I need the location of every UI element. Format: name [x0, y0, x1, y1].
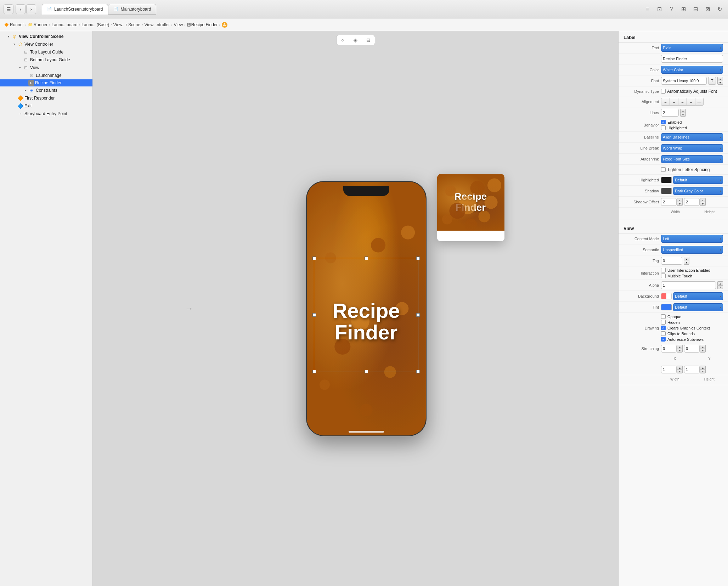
stretch-w-up[interactable]: ▲	[677, 366, 683, 370]
stretch-h-down[interactable]: ▼	[700, 370, 706, 373]
line-break-select[interactable]: Word Wrap ▾	[661, 144, 723, 152]
canvas-tb-circle[interactable]: ○	[337, 35, 349, 45]
align-natural-btn[interactable]: —	[695, 98, 704, 106]
canvas-tb-grid[interactable]: ⊟	[362, 35, 375, 45]
inspector-icon[interactable]: ⊟	[690, 4, 700, 14]
shadow-swatch[interactable]	[661, 188, 672, 194]
breadcrumb-launch[interactable]: Launc...board	[51, 22, 77, 27]
font-stepper-up[interactable]: ▲	[717, 77, 723, 81]
autoshrink-select[interactable]: Fixed Font Size ▾	[661, 155, 723, 163]
color-select[interactable]: White Color ▾	[661, 66, 723, 74]
stretch-x-down[interactable]: ▼	[677, 349, 683, 353]
shadow-height-up[interactable]: ▲	[700, 198, 706, 202]
breadcrumb-recipe[interactable]: Recipe Finder	[191, 22, 218, 27]
sidebar-recipe-finder[interactable]: ▸ L Recipe Finder	[0, 79, 92, 86]
sidebar-scene[interactable]: ▾ ◎ View Controller Scene	[0, 31, 92, 40]
breadcrumb-controller[interactable]: View...ntroller	[144, 22, 170, 27]
font-type-btn[interactable]: T	[708, 77, 716, 85]
stretch-h-up[interactable]: ▲	[700, 366, 706, 370]
sidebar-exit[interactable]: ▸ 🔷 Exit	[0, 102, 92, 110]
text-type-select[interactable]: Plain ▾	[661, 44, 723, 52]
stretching-y-field[interactable]: 0	[684, 345, 700, 353]
alpha-up[interactable]: ▲	[717, 281, 723, 285]
vc-toggle[interactable]: ▾	[11, 41, 17, 47]
align-left-btn[interactable]: ≡	[661, 98, 670, 106]
sidebar-bottom-layout[interactable]: ▸ ⊟ Bottom Layout Guide	[0, 56, 92, 64]
baseline-select[interactable]: Align Baselines ▾	[661, 133, 723, 141]
semantic-select[interactable]: Unspecified ▾	[661, 246, 723, 254]
align-center-btn[interactable]: ≡	[670, 98, 678, 106]
help-icon[interactable]: ?	[666, 4, 676, 14]
lines-stepper-up[interactable]: ▲	[680, 109, 686, 113]
lines-field[interactable]: 2	[661, 109, 679, 117]
sidebar-launchimage[interactable]: ▸ ⊡ LaunchImage	[0, 72, 92, 79]
tag-stepper-up[interactable]: ▲	[684, 257, 689, 261]
grid-icon[interactable]: ⊞	[678, 4, 688, 14]
tag-stepper-down[interactable]: ▼	[684, 261, 689, 265]
sidebar-constraints[interactable]: ▸ ⊞ Constraints	[0, 86, 92, 94]
stretch-x-up[interactable]: ▲	[677, 345, 683, 349]
stretch-y-stepper[interactable]: ▲ ▼	[700, 345, 706, 353]
sidebar-first-responder[interactable]: ▸ 🔶 First Responder	[0, 94, 92, 102]
split-icon[interactable]: ⊡	[654, 4, 664, 14]
highlighted-checkbox[interactable]	[661, 125, 666, 130]
enabled-checkbox[interactable]	[661, 120, 666, 124]
background-select[interactable]: Default ▾	[673, 292, 723, 300]
stretch-y-down[interactable]: ▼	[700, 349, 706, 353]
breadcrumb-view[interactable]: View	[174, 22, 183, 27]
shadow-height-field[interactable]: 2	[684, 198, 700, 206]
multi-touch-checkbox[interactable]	[661, 274, 666, 278]
shadow-width-down[interactable]: ▼	[677, 202, 683, 206]
sidebar-view[interactable]: ▾ ⊡ View	[0, 64, 92, 72]
hidden-checkbox[interactable]	[661, 320, 666, 325]
tag-stepper[interactable]: ▲ ▼	[684, 257, 689, 265]
clears-checkbox[interactable]	[661, 326, 666, 330]
stretching-h-field[interactable]: 1	[684, 366, 700, 373]
lines-stepper-down[interactable]: ▼	[680, 113, 686, 117]
opaque-checkbox[interactable]	[661, 314, 666, 319]
align-justified-btn[interactable]: ≡	[687, 98, 695, 106]
tighten-checkbox[interactable]	[661, 167, 666, 172]
forward-button[interactable]: ›	[26, 4, 36, 14]
breadcrumb-runner2[interactable]: Runner	[34, 22, 47, 27]
menu-icon[interactable]: ≡	[642, 4, 652, 14]
shadow-select[interactable]: Dark Gray Color ▾	[673, 187, 723, 195]
stretch-x-stepper[interactable]: ▲ ▼	[677, 345, 683, 353]
assets-icon[interactable]: ⊠	[702, 4, 712, 14]
tab-main[interactable]: 📄 Main.storyboard	[108, 4, 156, 15]
breadcrumb-runner1[interactable]: Runner	[10, 22, 24, 27]
tag-field[interactable]: 0	[661, 257, 682, 265]
stretch-y-up[interactable]: ▲	[700, 345, 706, 349]
stretch-h-stepper[interactable]: ▲ ▼	[700, 366, 706, 373]
alpha-stepper[interactable]: ▲ ▼	[717, 281, 723, 289]
clips-checkbox[interactable]	[661, 331, 666, 336]
constraints-toggle[interactable]: ▸	[23, 88, 28, 93]
stretch-w-down[interactable]: ▼	[677, 370, 683, 373]
lines-stepper[interactable]: ▲ ▼	[680, 109, 686, 117]
shadow-width-stepper[interactable]: ▲ ▼	[677, 198, 683, 206]
dynamic-type-checkbox[interactable]	[661, 89, 666, 94]
refresh-icon[interactable]: ↻	[715, 4, 724, 14]
scene-toggle[interactable]: ▾	[6, 34, 11, 39]
canvas-tb-diamond[interactable]: ◈	[349, 35, 362, 45]
stretch-w-stepper[interactable]: ▲ ▼	[677, 366, 683, 373]
sidebar-entry-point[interactable]: ▸ → Storyboard Entry Point	[0, 110, 92, 118]
stretching-w-field[interactable]: 1	[661, 366, 677, 373]
background-swatch[interactable]	[661, 293, 672, 299]
shadow-width-up[interactable]: ▲	[677, 198, 683, 202]
sidebar-vc[interactable]: ▾ ⬡ View Controller	[0, 40, 92, 48]
stretching-x-field[interactable]: 0	[661, 345, 677, 353]
content-mode-select[interactable]: Left ▾	[661, 235, 723, 243]
tint-swatch[interactable]	[661, 304, 672, 310]
tint-select[interactable]: Default ▾	[673, 303, 723, 311]
breadcrumb-scene[interactable]: View...r Scene	[113, 22, 141, 27]
shadow-width-field[interactable]: 2	[661, 198, 677, 206]
autoresize-checkbox[interactable]	[661, 337, 666, 342]
alpha-down[interactable]: ▼	[717, 285, 723, 289]
align-right-btn[interactable]: ≡	[678, 98, 687, 106]
sidebar-top-layout[interactable]: ▸ ⊟ Top Layout Guide	[0, 48, 92, 56]
user-interaction-checkbox[interactable]	[661, 268, 666, 272]
alpha-field[interactable]: 1	[661, 281, 716, 289]
font-stepper-down[interactable]: ▼	[717, 81, 723, 85]
breadcrumb-base[interactable]: Launc...(Base)	[81, 22, 109, 27]
